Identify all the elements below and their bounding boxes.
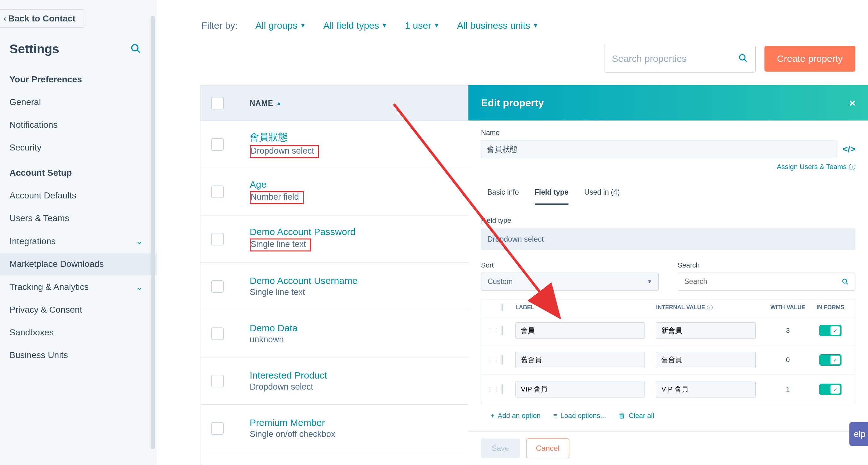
property-type: Dropdown select (250, 145, 319, 158)
trash-icon: 🗑 (619, 412, 626, 420)
save-button[interactable]: Save (481, 438, 520, 458)
property-link[interactable]: Demo Data (250, 323, 298, 333)
chevron-down-icon: ⌄ (136, 236, 143, 246)
option-row: ⋮⋮ 1 ✓ (482, 375, 855, 404)
drag-handle-icon[interactable]: ⋮⋮ (487, 329, 501, 332)
caret-down-icon: ▼ (647, 279, 652, 285)
row-checkbox[interactable] (211, 375, 224, 388)
cancel-button[interactable]: Cancel (526, 438, 569, 458)
option-checkbox[interactable] (501, 326, 503, 335)
caret-down-icon: ▼ (382, 23, 387, 29)
options-search[interactable] (678, 272, 856, 291)
close-icon[interactable]: × (849, 97, 856, 109)
settings-sidebar: ‹ Back to Contact Settings Your Preferen… (0, 0, 157, 465)
in-forms-header: IN FORMS (811, 304, 849, 311)
property-type: Number field (250, 191, 304, 204)
sidebar-item-integrations[interactable]: Integrations⌄ (0, 230, 157, 253)
property-link[interactable]: Age (250, 179, 304, 190)
property-name-input[interactable] (481, 140, 836, 158)
filter-by-label: Filter by: (202, 20, 238, 31)
drag-handle-icon[interactable]: ⋮⋮ (487, 388, 501, 391)
filter-business-units[interactable]: All business units▼ (457, 20, 538, 31)
in-forms-toggle[interactable]: ✓ (819, 354, 841, 366)
edit-property-panel: Edit property × Name </> Assign Users & … (468, 85, 868, 465)
name-column-header[interactable]: NAME ▲ (250, 99, 282, 107)
sidebar-item-security[interactable]: Security (0, 136, 157, 159)
select-all-options-checkbox[interactable] (501, 303, 503, 311)
filter-field-types[interactable]: All field types▼ (323, 20, 387, 31)
tab-used-in[interactable]: Used in (4) (584, 185, 620, 205)
sidebar-item-business-units[interactable]: Business Units (0, 344, 157, 367)
drag-handle-icon[interactable]: ⋮⋮ (487, 359, 501, 361)
row-checkbox[interactable] (211, 138, 224, 151)
option-with-value: 3 (764, 327, 811, 335)
property-link[interactable]: Premium Member (250, 418, 335, 428)
create-property-button[interactable]: Create property (765, 46, 856, 72)
caret-down-icon: ▼ (300, 23, 306, 29)
search-properties-input[interactable] (612, 53, 738, 64)
property-link[interactable]: Demo Account Password (250, 227, 355, 237)
chevron-down-icon: ⌄ (136, 282, 143, 292)
option-label-input[interactable] (516, 323, 645, 339)
option-label-input[interactable] (516, 381, 645, 398)
property-type: Single on/off checkbox (250, 429, 335, 439)
property-link[interactable]: 會員狀態 (250, 131, 319, 144)
sidebar-item-tracking-analytics[interactable]: Tracking & Analytics⌄ (0, 275, 157, 298)
with-value-header: WITH VALUE (764, 304, 811, 311)
option-checkbox[interactable] (501, 384, 503, 394)
preferences-heading: Your Preferences (0, 66, 157, 91)
option-label-input[interactable] (516, 352, 645, 368)
add-option-button[interactable]: +Add an option (491, 412, 541, 420)
table-row: 會員狀態 Dropdown select (200, 121, 468, 168)
option-internal-input[interactable] (656, 323, 755, 339)
row-checkbox[interactable] (211, 280, 224, 293)
help-widget[interactable]: elp (849, 422, 868, 446)
row-checkbox[interactable] (211, 422, 224, 435)
load-options-button[interactable]: ≡Load options... (553, 412, 606, 420)
options-search-input[interactable] (684, 277, 842, 286)
select-all-checkbox[interactable] (211, 97, 224, 109)
table-row: Interested Product Dropdown select (200, 358, 468, 405)
search-properties-box[interactable] (604, 45, 756, 72)
sidebar-item-privacy-consent[interactable]: Privacy & Consent (0, 298, 157, 321)
sidebar-scrollbar[interactable] (151, 16, 155, 449)
tab-field-type[interactable]: Field type (535, 185, 568, 205)
option-internal-input[interactable] (656, 381, 755, 398)
filter-users[interactable]: 1 user▼ (405, 20, 439, 31)
back-to-contact-button[interactable]: ‹ Back to Contact (0, 9, 84, 28)
option-with-value: 1 (764, 385, 811, 393)
label-header: LABEL (516, 304, 656, 311)
info-icon: i (849, 164, 856, 170)
row-checkbox[interactable] (211, 328, 224, 340)
svg-line-3 (744, 59, 746, 62)
sidebar-item-notifications[interactable]: Notifications (0, 113, 157, 136)
option-internal-input[interactable] (656, 352, 755, 368)
sort-select[interactable]: Custom ▼ (481, 272, 659, 291)
row-checkbox[interactable] (211, 233, 224, 245)
option-row: ⋮⋮ 0 ✓ (482, 345, 855, 375)
option-checkbox[interactable] (501, 355, 503, 365)
tab-basic-info[interactable]: Basic info (487, 185, 519, 205)
row-checkbox[interactable] (211, 186, 224, 198)
sidebar-item-general[interactable]: General (0, 91, 157, 113)
clear-all-button[interactable]: 🗑Clear all (619, 412, 654, 420)
svg-line-1 (137, 50, 140, 53)
assign-users-teams-link[interactable]: Assign Users & Teams i (481, 163, 856, 171)
code-icon[interactable]: </> (843, 144, 856, 154)
sidebar-item-marketplace-downloads[interactable]: Marketplace Downloads (0, 253, 157, 275)
table-header: NAME ▲ (200, 86, 468, 121)
sidebar-item-sandboxes[interactable]: Sandboxes (0, 321, 157, 344)
options-table: LABEL INTERNAL VALUEi WITH VALUE IN FORM… (481, 299, 856, 404)
panel-footer: Save Cancel (468, 431, 868, 465)
svg-line-5 (846, 283, 848, 284)
account-heading: Account Setup (0, 159, 157, 184)
back-label: Back to Contact (8, 13, 75, 24)
search-icon[interactable] (130, 43, 141, 55)
filter-groups[interactable]: All groups▼ (255, 20, 306, 31)
in-forms-toggle[interactable]: ✓ (819, 325, 841, 336)
property-link[interactable]: Interested Product (250, 370, 327, 381)
sidebar-item-account-defaults[interactable]: Account Defaults (0, 184, 157, 207)
in-forms-toggle[interactable]: ✓ (819, 384, 841, 395)
sidebar-item-users-teams[interactable]: Users & Teams (0, 207, 157, 230)
property-link[interactable]: Demo Account Username (250, 275, 358, 286)
